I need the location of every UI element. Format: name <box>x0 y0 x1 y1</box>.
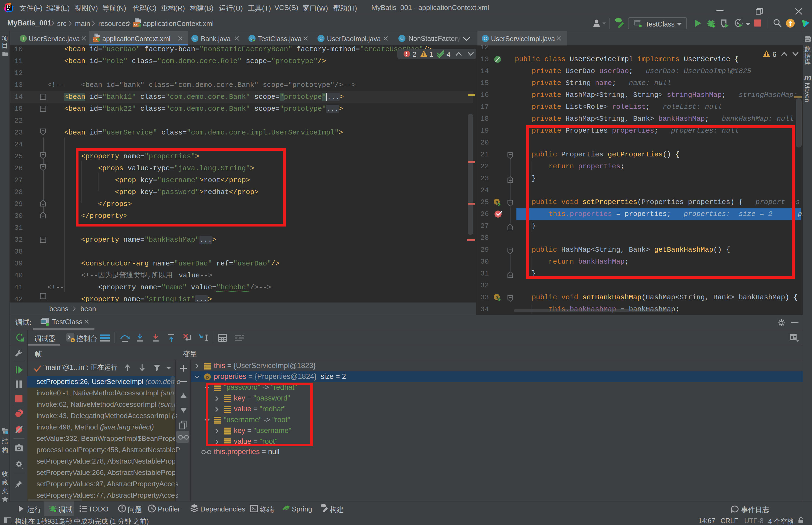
svg-text:C: C <box>193 36 196 41</box>
svg-text:p: p <box>206 375 209 379</box>
svg-text:<>: <> <box>134 23 137 27</box>
svg-text:C: C <box>319 36 322 41</box>
svg-text:C: C <box>484 36 487 41</box>
svg-text:I: I <box>23 36 24 41</box>
svg-text:IJ: IJ <box>6 5 11 9</box>
svg-text:<>: <> <box>93 38 97 41</box>
svg-text:C: C <box>400 36 404 41</box>
